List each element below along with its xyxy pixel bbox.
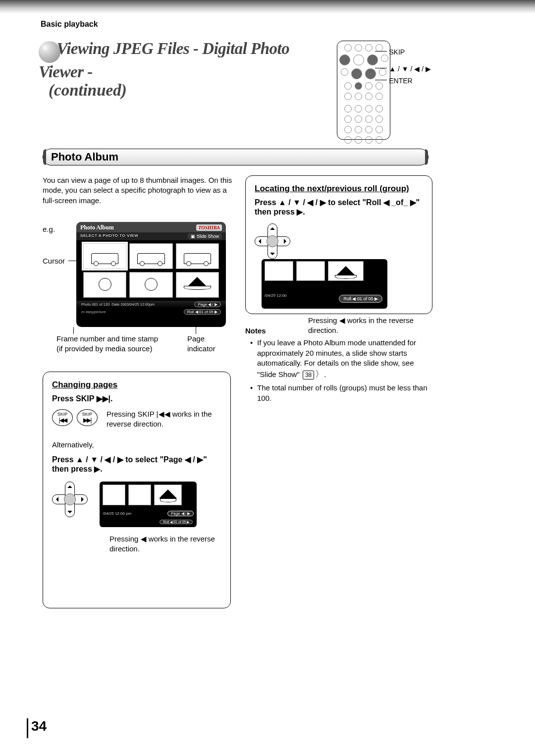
notes-heading: Notes — [245, 326, 433, 336]
thumbnail[interactable] — [129, 243, 172, 269]
easypicture-label: m easypicture — [81, 310, 106, 314]
page-title: Viewing JPEG Files - Digital Photo Viewe… — [39, 40, 327, 100]
skip-icon — [367, 54, 378, 65]
intro-paragraph: You can view a page of up to 8 thumbnail… — [43, 175, 236, 206]
skip-next-icon: ▶▶| — [83, 417, 91, 424]
brand-logo: TOSHIBA — [196, 224, 222, 231]
photo-album-screenshot: Photo Album TOSHIBA SELECT A PHOTO TO VI… — [76, 222, 226, 327]
photo-date: Date 2003/04/25 12:00pm — [111, 302, 155, 307]
page-indicator-annotation: Page indicator — [187, 334, 230, 353]
callout-line — [196, 327, 196, 334]
mini-date: /04/25 12:00 — [265, 293, 286, 298]
section-label: Basic playback — [41, 20, 98, 29]
remote-skip-label: SKIP — [389, 48, 405, 56]
album-title: Photo Album — [80, 224, 114, 231]
mini-roll-chip-highlighted[interactable]: Roll ◀ 01 of 05 ▶ — [339, 295, 382, 303]
skip-prev-button: SKIP |◀◀ — [52, 409, 73, 426]
thumbnail-grid — [76, 240, 226, 301]
page-number: 34 — [27, 718, 47, 738]
callout-line — [73, 327, 74, 334]
mini-screenshot-roll: /04/25 12:00 Roll ◀ 01 of 05 ▶ — [262, 259, 387, 309]
skip-next-button: SKIP ▶▶| — [77, 409, 98, 426]
note-item: The total number of rolls (groups) must … — [252, 383, 433, 403]
mini-date: /04/25 12:00 pm — [103, 511, 131, 516]
album-example-block: e.g. Cursor Photo Album TOSHIBA SELECT A… — [43, 222, 241, 234]
page-ref: 38 — [303, 371, 314, 379]
remote-enter-label: ENTER — [389, 77, 412, 85]
mini-page-chip[interactable]: Page ◀ / ▶ — [167, 511, 194, 516]
alternatively-label: Alternatively, — [52, 440, 221, 449]
skip-icon — [339, 54, 350, 65]
roll-indicator[interactable]: Roll ◀ 01 of 05 ▶ — [184, 309, 221, 315]
manual-page: Basic playback Viewing JPEG Files - Digi… — [0, 0, 535, 756]
thumbnail[interactable] — [129, 272, 172, 298]
select-photo-label: SELECT A PHOTO TO VIEW — [80, 233, 138, 239]
press-skip-instruction: Press SKIP ▶▶|. — [52, 394, 221, 403]
locating-press-instruction: Press ▲ / ▼ / ◀ / ▶ to select "Roll ◀ _o… — [255, 198, 423, 216]
remote-labels: SKIP ▲ / ▼ / ◀ / ▶ ENTER — [389, 47, 431, 87]
changing-pages-heading: Changing pages — [52, 380, 221, 390]
photo-counter: Photo 001 of 120 — [81, 302, 109, 307]
dpad-icon — [255, 223, 290, 259]
eg-label: e.g. — [43, 225, 55, 233]
enter-icon — [365, 68, 376, 79]
reverse-direction-note: Pressing ◀ works in the reverse directio… — [109, 534, 221, 554]
thumbnail[interactable] — [176, 243, 219, 269]
cursor-leader-line — [68, 261, 76, 261]
skip-prev-icon: |◀◀ — [58, 417, 66, 424]
thumbnail[interactable] — [83, 243, 126, 269]
skip-reverse-note: Pressing SKIP |◀◀ works in the reverse d… — [107, 409, 221, 430]
section-bar: Photo Album — [43, 149, 428, 165]
mini-screenshot-page: /04/25 12:00 pm Page ◀ / ▶ Roll ◀ 01 of … — [100, 482, 197, 527]
remote-illustration — [337, 41, 390, 140]
screenshot-annotations: Frame number and time stamp (if provided… — [56, 334, 230, 353]
press-arrows-instruction: Press ▲ / ▼ / ◀ / ▶ to select "Page ◀ / … — [52, 455, 221, 474]
changing-pages-box: Changing pages Press SKIP ▶▶|. SKIP |◀◀ … — [43, 372, 231, 608]
thumbnail[interactable] — [83, 272, 126, 298]
note-item: If you leave a Photo Album mode unattend… — [252, 338, 433, 380]
thumbnail[interactable] — [176, 272, 219, 298]
slide-show-button[interactable]: ▣Slide Show — [188, 233, 222, 239]
locating-roll-heading: Locating the next/previous roll (group) — [255, 184, 423, 194]
locating-roll-box: Locating the next/previous roll (group) … — [245, 175, 432, 314]
remote-arrows-label: ▲ / ▼ / ◀ / ▶ — [389, 65, 431, 73]
dpad-icon — [52, 482, 88, 517]
mini-roll-chip: Roll ◀ 01 of 05 ▶ — [160, 520, 193, 524]
cursor-callout: Cursor — [43, 257, 65, 265]
section-heading: Photo Album — [51, 151, 118, 163]
title-line-1: Viewing JPEG Files - Digital Photo Viewe… — [39, 40, 289, 81]
page-gradient — [0, 0, 535, 14]
title-line-2: (continued) — [49, 81, 327, 100]
page-indicator[interactable]: Page ◀ / ▶ — [194, 302, 221, 307]
arrows-icon — [351, 68, 362, 79]
notes-block: Notes If you leave a Photo Album mode un… — [245, 326, 433, 406]
